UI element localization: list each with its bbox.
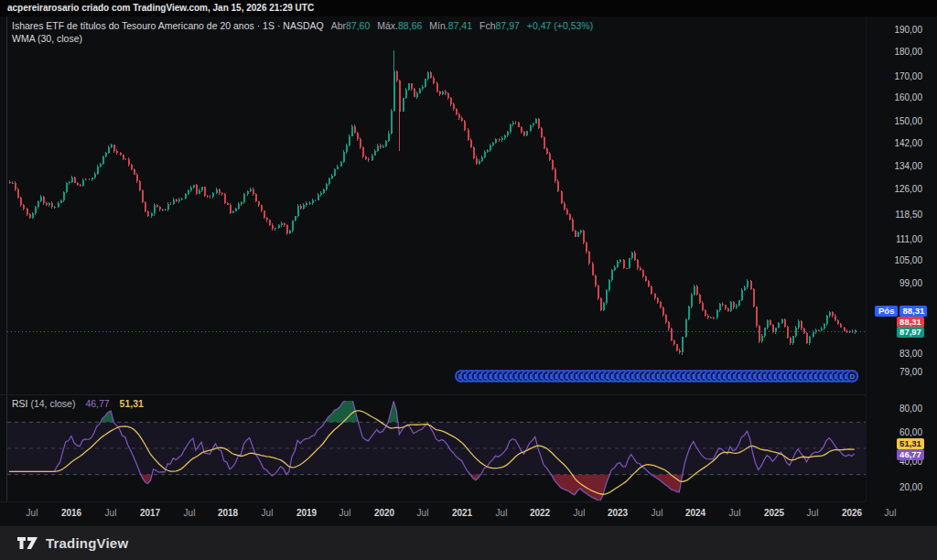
ohlc-label: Fch <box>479 20 496 31</box>
candles-series[interactable] <box>9 50 856 354</box>
price-axis-label: 79,00 <box>867 367 922 378</box>
time-axis-label: 2017 <box>140 508 160 518</box>
rsi-oversold-fill <box>551 475 609 501</box>
ohlc-value: 87,97 <box>496 20 520 31</box>
price-axis-label: 142,00 <box>867 138 922 149</box>
price-axis-label: 83,00 <box>867 349 922 360</box>
price-axis-label: 190,00 <box>867 25 922 36</box>
postmarket-badge: Pós 88,31 <box>875 306 927 317</box>
ohlc-values: Abr87,60Máx.88,66Mín.87,41Fch87,97 <box>324 20 520 31</box>
time-axis-label: Jul <box>652 508 663 518</box>
time-axis-separator <box>0 501 866 502</box>
price-axis-label: 134,00 <box>867 161 922 172</box>
time-axis-label: Jul <box>184 508 196 518</box>
rsi-axis-label: 20,00 <box>867 482 922 493</box>
ohlc-value: 88,66 <box>398 20 422 31</box>
ohlc-label: Máx. <box>377 20 398 31</box>
time-axis-label: Jul <box>574 508 586 518</box>
symbol-legend: Ishares ETF de títulos do Tesouro Americ… <box>12 20 593 32</box>
tradingview-brand[interactable]: TradingView <box>46 535 128 551</box>
price-axis-label: 99,00 <box>867 278 922 289</box>
ohlc-label: Mín. <box>429 20 447 31</box>
pane-left-border <box>6 16 7 501</box>
rsi-value-badge: 46,77 <box>897 449 924 460</box>
rsi-ma-badge: 51,31 <box>897 438 924 449</box>
time-axis-label: Jul <box>417 508 429 518</box>
ohlc-value: 87,60 <box>346 20 370 31</box>
ohlc-value: 87,41 <box>448 20 472 31</box>
time-axis-label: 2025 <box>764 508 784 518</box>
last-price-badge: 87,97 <box>897 327 924 338</box>
time-axis-label: Jul <box>27 508 38 518</box>
time-axis-label: Jul <box>105 508 117 518</box>
wma-label: WMA (30, close) <box>12 33 82 44</box>
price-axis-separator <box>866 16 867 501</box>
time-axis-label: 2024 <box>685 508 705 518</box>
price-axis-label: 150,00 <box>867 116 922 127</box>
time-axis-label: Jul <box>496 508 508 518</box>
time-axis-label: Jul <box>729 508 741 518</box>
rsi-value: 46,77 <box>85 398 109 409</box>
time-axis-label: Jul <box>262 508 274 518</box>
time-axis-label: 2019 <box>296 508 317 518</box>
postmarket-label: Pós <box>875 306 898 317</box>
ohlc-label: Abr <box>331 20 346 31</box>
postmarket-price-badge: 88,31 <box>899 306 927 317</box>
footer-bar: TradingView <box>0 526 937 560</box>
rsi-params: (14, close) <box>30 398 75 409</box>
time-axis-label: Jul <box>885 508 897 518</box>
rsi-ma-value: 51,31 <box>120 398 144 409</box>
rsi-title[interactable]: RSI <box>12 398 28 409</box>
price-axis-label: 160,00 <box>867 92 922 103</box>
change-value: +0,47 (+0,53%) <box>527 20 593 31</box>
rsi-legend[interactable]: RSI (14, close) 46,77 51,31 <box>12 398 144 410</box>
price-chart-canvas[interactable]: DDDDDDDDDDDDDDDDDDDDDDDDDDDDDDDDDDDDDDDD… <box>0 0 937 560</box>
time-axis-label: 2023 <box>608 508 628 518</box>
time-axis-label: 2026 <box>842 508 862 518</box>
symbol-title[interactable]: Ishares ETF de títulos do Tesouro Americ… <box>12 20 324 31</box>
time-axis-label: Jul <box>339 508 351 518</box>
price-axis-label: 126,00 <box>867 184 922 195</box>
tradingview-chart-window: acpereirarosario criado com TradingView.… <box>0 0 937 560</box>
dividend-markers[interactable]: DDDDDDDDDDDDDDDDDDDDDDDDDDDDDDDDDDDDDDDD… <box>456 371 857 382</box>
price-axis-label: 118,50 <box>867 210 922 221</box>
time-axis-label: 2021 <box>452 508 472 518</box>
rsi-overbought-fill <box>325 395 358 422</box>
price-axis-label: 111,00 <box>867 234 922 245</box>
rsi-axis-label: 60,00 <box>867 427 922 438</box>
time-axis-label: 2020 <box>374 508 394 518</box>
pane-separator[interactable] <box>0 394 866 395</box>
price-axis-label: 105,00 <box>867 255 922 266</box>
time-axis-label: 2022 <box>530 508 550 518</box>
time-axis-label: Jul <box>807 508 819 518</box>
time-axis-label: 2018 <box>218 508 238 518</box>
rsi-axis-label: 80,00 <box>867 404 922 415</box>
tradingview-logo-icon[interactable] <box>16 536 38 550</box>
svg-text:D: D <box>849 372 855 381</box>
indicator-legend-wma[interactable]: WMA (30, close) <box>12 33 82 45</box>
price-axis-label: 180,00 <box>867 47 922 58</box>
time-axis-label: 2016 <box>61 508 81 518</box>
price-axis-label: 170,00 <box>867 71 922 82</box>
